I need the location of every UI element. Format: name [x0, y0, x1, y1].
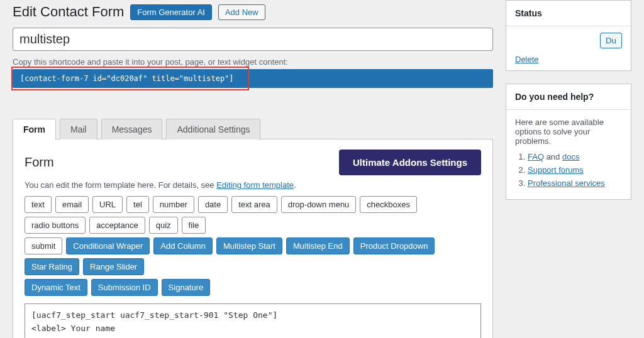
tag-multistep-start[interactable]: Multistep Start	[216, 237, 282, 254]
form-generator-ai-button[interactable]: Form Generator AI	[130, 4, 212, 20]
delete-link[interactable]: Delete	[506, 48, 548, 70]
support-forums-link[interactable]: Support forums	[528, 165, 584, 175]
form-panel: Form Ultimate Addons Settings You can ed…	[13, 139, 493, 338]
status-heading: Status	[506, 1, 631, 26]
form-template-textarea[interactable]	[25, 303, 481, 338]
tag-drop-down-menu[interactable]: drop-down menu	[281, 196, 357, 213]
tab-mail[interactable]: Mail	[60, 119, 97, 139]
tag-row-addons-1: submitConditional WraperAdd ColumnMultis…	[25, 237, 481, 275]
help-intro: Here are some available options to solve…	[515, 117, 622, 146]
tag-tel[interactable]: tel	[126, 196, 149, 213]
tag-product-dropdown[interactable]: Product Dropdown	[353, 237, 435, 254]
panel-desc-prefix: You can edit the form template here. For…	[25, 180, 216, 190]
tag-signature[interactable]: Signature	[162, 279, 211, 296]
tab-messages[interactable]: Messages	[101, 119, 163, 139]
page-title: Edit Contact Form	[13, 4, 124, 20]
panel-description: You can edit the form template here. For…	[25, 180, 481, 190]
tag-row-addons-2: Dynamic TextSubmission IDSignature	[25, 279, 481, 296]
help-item-support: Support forums	[528, 165, 622, 175]
tag-quiz[interactable]: quiz	[149, 217, 178, 234]
add-new-button[interactable]: Add New	[218, 4, 265, 20]
tag-URL[interactable]: URL	[92, 196, 123, 213]
form-tabs: FormMailMessagesAdditional Settings	[13, 118, 493, 139]
tag-radio-buttons[interactable]: radio buttons	[25, 217, 86, 234]
form-title-input[interactable]	[13, 28, 493, 51]
tag-text[interactable]: text	[25, 196, 52, 213]
shortcode-display[interactable]: [contact-form-7 id="dc020af" title="mult…	[13, 69, 493, 88]
ultimate-addons-settings-button[interactable]: Ultimate Addons Settings	[339, 150, 481, 175]
tag-date[interactable]: date	[198, 196, 228, 213]
professional-services-link[interactable]: Professional services	[528, 178, 605, 188]
help-item-faq-docs: FAQ and docs	[528, 152, 622, 161]
help-box: Do you need help? Here are some availabl…	[506, 84, 631, 200]
help-heading: Do you need help?	[506, 84, 631, 110]
tag-checkboxes[interactable]: checkboxes	[360, 196, 417, 213]
editing-form-template-link[interactable]: Editing form template	[216, 180, 294, 190]
tag-file[interactable]: file	[182, 217, 206, 234]
tag-dynamic-text[interactable]: Dynamic Text	[25, 279, 87, 296]
help-item-professional: Professional services	[528, 178, 622, 188]
tab-form[interactable]: Form	[13, 119, 56, 139]
tag-range-slider[interactable]: Range Slider	[83, 258, 144, 275]
tag-submission-id[interactable]: Submission ID	[91, 279, 158, 296]
tag-submit[interactable]: submit	[25, 237, 62, 254]
panel-desc-suffix: .	[294, 180, 296, 190]
faq-link[interactable]: FAQ	[528, 152, 544, 161]
tag-add-column[interactable]: Add Column	[153, 237, 213, 254]
tag-number[interactable]: number	[153, 196, 194, 213]
help-and-text: and	[544, 152, 562, 161]
tag-star-rating[interactable]: Star Rating	[25, 258, 79, 275]
status-box: Status Du Delete	[506, 0, 631, 71]
docs-link[interactable]: docs	[562, 152, 579, 161]
tag-conditional-wraper[interactable]: Conditional Wraper	[66, 237, 150, 254]
duplicate-button[interactable]: Du	[600, 33, 622, 48]
tag-row-basic: textemailURLtelnumberdatetext areadrop-d…	[25, 196, 481, 234]
tag-email[interactable]: email	[55, 196, 89, 213]
panel-title: Form	[25, 155, 54, 170]
tag-text-area[interactable]: text area	[231, 196, 277, 213]
tag-acceptance[interactable]: acceptance	[89, 217, 145, 234]
tag-multistep-end[interactable]: Multistep End	[286, 237, 350, 254]
tab-additional-settings[interactable]: Additional Settings	[166, 119, 260, 139]
shortcode-hint: Copy this shortcode and paste it into yo…	[13, 57, 493, 67]
